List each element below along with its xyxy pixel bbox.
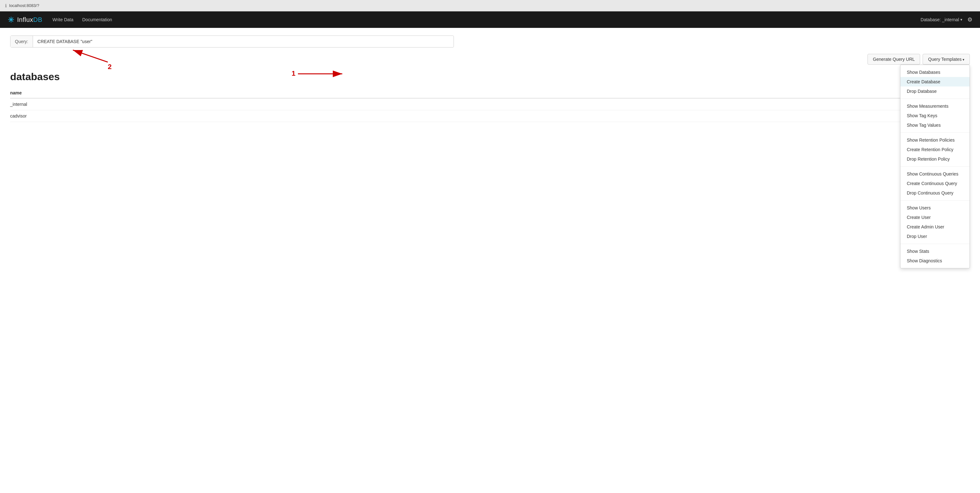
documentation-link[interactable]: Documentation bbox=[82, 17, 112, 22]
row-internal: _internal bbox=[10, 98, 970, 110]
show-stats-item[interactable]: Show Stats bbox=[900, 247, 970, 256]
logo-text: InfluxDB bbox=[17, 16, 43, 24]
show-tag-keys-item[interactable]: Show Tag Keys bbox=[900, 111, 970, 121]
info-icon: ℹ bbox=[5, 3, 6, 8]
table-row: cadvisor bbox=[10, 110, 970, 122]
query-bar: Query: bbox=[10, 35, 454, 48]
nav-right: Database: _internal ⚙ bbox=[921, 16, 972, 23]
create-admin-user-item[interactable]: Create Admin User bbox=[900, 222, 970, 232]
logo-area: InfluxDB bbox=[8, 16, 43, 24]
results-title: databases bbox=[10, 71, 970, 83]
show-databases-item[interactable]: Show Databases bbox=[900, 67, 970, 77]
column-header-name: name bbox=[10, 88, 970, 98]
database-selector[interactable]: Database: _internal bbox=[921, 17, 962, 22]
top-navigation: InfluxDB Write Data Documentation Databa… bbox=[0, 11, 980, 28]
create-retention-policy-item[interactable]: Create Retention Policy bbox=[900, 145, 970, 154]
show-diagnostics-item[interactable]: Show Diagnostics bbox=[900, 256, 970, 266]
generate-query-url-button[interactable]: Generate Query URL bbox=[867, 54, 920, 65]
create-user-item[interactable]: Create User bbox=[900, 213, 970, 222]
write-data-link[interactable]: Write Data bbox=[52, 17, 73, 22]
create-database-item[interactable]: Create Database bbox=[900, 77, 970, 86]
main-content: Query: Generate Query URL Query Template… bbox=[0, 28, 980, 493]
table-row: _internal bbox=[10, 98, 970, 110]
nav-links: Write Data Documentation bbox=[52, 17, 921, 22]
drop-retention-policy-item[interactable]: Drop Retention Policy bbox=[900, 154, 970, 164]
drop-continuous-query-item[interactable]: Drop Continuous Query bbox=[900, 188, 970, 198]
dropdown-section-stats: Show Stats Show Diagnostics bbox=[900, 244, 970, 268]
show-users-item[interactable]: Show Users bbox=[900, 203, 970, 213]
query-input[interactable] bbox=[33, 36, 453, 47]
results-area: databases name _internal cadvisor bbox=[10, 71, 970, 122]
influxdb-logo-icon bbox=[8, 16, 14, 23]
address-bar-url: localhost:8083/? bbox=[9, 3, 39, 8]
query-templates-dropdown: Show Databases Create Database Drop Data… bbox=[900, 65, 970, 268]
dropdown-section-databases: Show Databases Create Database Drop Data… bbox=[900, 65, 970, 99]
show-tag-values-item[interactable]: Show Tag Values bbox=[900, 121, 970, 130]
drop-database-item[interactable]: Drop Database bbox=[900, 86, 970, 96]
gear-icon[interactable]: ⚙ bbox=[967, 16, 972, 23]
show-continuous-queries-item[interactable]: Show Continuous Queries bbox=[900, 169, 970, 179]
show-retention-policies-item[interactable]: Show Retention Policies bbox=[900, 135, 970, 145]
create-continuous-query-item[interactable]: Create Continuous Query bbox=[900, 179, 970, 188]
drop-user-item[interactable]: Drop User bbox=[900, 232, 970, 241]
dropdown-section-continuous-queries: Show Continuous Queries Create Continuou… bbox=[900, 167, 970, 200]
query-label: Query: bbox=[10, 36, 33, 47]
results-table: name _internal cadvisor bbox=[10, 88, 970, 122]
dropdown-section-users: Show Users Create User Create Admin User… bbox=[900, 200, 970, 244]
show-measurements-item[interactable]: Show Measurements bbox=[900, 102, 970, 111]
dropdown-section-measurements: Show Measurements Show Tag Keys Show Tag… bbox=[900, 99, 970, 133]
query-templates-button[interactable]: Query Templates bbox=[923, 54, 970, 65]
row-cadvisor: cadvisor bbox=[10, 110, 970, 122]
query-templates-container: Query Templates Show Databases Create Da… bbox=[923, 54, 970, 65]
address-bar: ℹ localhost:8083/? bbox=[0, 0, 980, 11]
toolbar-row: Generate Query URL Query Templates Show … bbox=[10, 54, 970, 65]
dropdown-section-retention: Show Retention Policies Create Retention… bbox=[900, 133, 970, 167]
